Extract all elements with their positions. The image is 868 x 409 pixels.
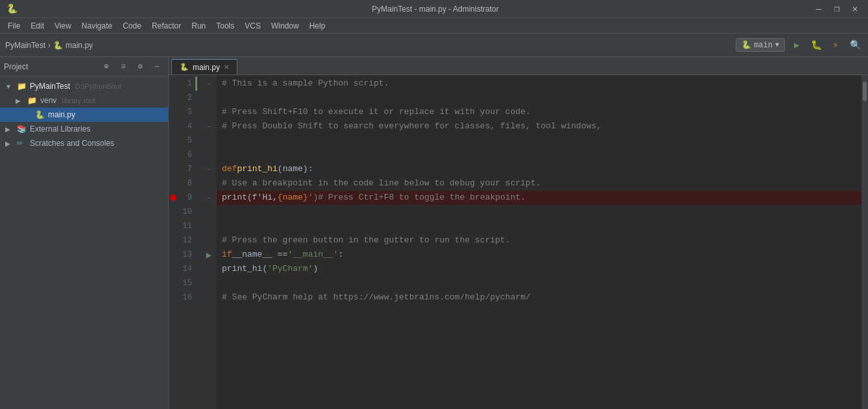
line-numbers: 1 2 3 4 5 6 7 8 9 10 11 12 13 14 15 [169,75,201,409]
tree-subtitle-venv: library root [62,97,95,104]
expand-arrow-pymaintest: ▼ [5,83,14,90]
code-token-pycharm: 'PyCharm' [267,262,313,276]
run-config-selector[interactable]: 🐍 main ▼ [736,38,785,52]
app-icon: 🐍 [6,3,18,14]
sidebar-title: Project [4,62,97,71]
window-title: PyMainTest - main.py - Administrator [58,5,812,14]
debug-button[interactable]: 🐛 [808,38,824,53]
minimize-btn[interactable]: — [812,4,825,14]
expand-arrow-extlibs: ▶ [5,126,14,133]
code-token-fexpr: {name} [278,191,308,205]
code-token-keyword: def [222,162,237,176]
menu-edit[interactable]: Edit [25,18,49,33]
code-token-print: print(f'Hi, [222,191,278,205]
line-num-11: 11 [169,219,197,233]
scratches-icon: ✏ [17,139,27,148]
line-num-13: 13 [169,248,197,262]
expand-arrow-scratches: ▶ [5,140,14,147]
python-icon: 🐍 [741,40,751,50]
menu-navigate[interactable]: Navigate [77,18,117,33]
run-button[interactable]: ▶ [789,38,804,53]
menu-vcs[interactable]: VCS [239,18,266,33]
tab-close-btn[interactable]: ✕ [224,64,229,71]
sidebar-settings-btn[interactable]: ⚙ [133,60,147,74]
scrollbar-thumb[interactable] [863,82,867,101]
line-num-10: 10 [169,205,197,219]
menu-tools[interactable]: Tools [211,18,239,33]
line-num-7: 7 [169,162,197,176]
sidebar: Project ⊕ ≡ ⚙ — ▼ 📁 PyMainTest D:\Python… [0,57,169,409]
folder-icon-venv: 📁 [27,96,38,105]
code-token-colon: : [338,248,343,262]
search-everywhere-button[interactable]: 🔍 [847,38,863,53]
code-line-11 [217,219,862,233]
code-area[interactable]: # This is a sample Python script. # Pres… [217,75,862,409]
code-line-15 [217,276,862,290]
code-token-if: if [222,248,232,262]
breadcrumb-project[interactable]: PyMainTest [5,41,45,50]
line-num-12: 12 [169,233,197,248]
menu-view[interactable]: View [49,18,77,33]
dropdown-arrow-icon: ▼ [775,41,779,49]
menu-run[interactable]: Run [186,18,211,33]
tree-item-main[interactable]: ▶ 🐍 main.py [0,108,168,122]
code-line-7: def print_hi(name): [217,162,862,176]
sidebar-locate-btn[interactable]: ⊕ [99,60,114,74]
tree-label-main: main.py [48,110,75,119]
code-token-main: '__main__' [287,248,338,262]
line-num-5: 5 [169,134,197,148]
tree-item-venv[interactable]: ▶ 📁 venv library root [0,93,168,108]
code-line-2 [217,91,862,105]
code-token-printhi: print_hi( [222,262,267,276]
tree-item-pymaintest[interactable]: ▼ 📁 PyMainTest D:\PythonSour [0,79,168,93]
run-marker-13[interactable]: ▶ [202,248,215,262]
maximize-btn[interactable]: ❐ [830,3,843,14]
window-controls: — ❐ ✕ [812,3,862,14]
code-line-5 [217,134,862,148]
close-btn[interactable]: ✕ [849,3,862,14]
line-num-8: 8 [169,176,197,191]
code-token: # See PyCharm help at https://www.jetbra… [222,290,531,305]
code-token-paren: ) [313,262,318,276]
fold-marker-7[interactable]: – [202,162,215,176]
vertical-scrollbar[interactable] [862,75,868,409]
tree-item-scratches[interactable]: ▶ ✏ Scratches and Consoles [0,136,168,150]
code-line-13: if __name__ == '__main__': [217,248,862,262]
breadcrumb-separator: › [48,41,51,50]
line-num-9: 9 [169,191,197,205]
code-line-8: # Use a breakpoint in the code line belo… [217,176,862,191]
expand-arrow-venv: ▶ [16,97,25,104]
menu-code[interactable]: Code [117,18,147,33]
tab-main-py[interactable]: 🐍 main.py ✕ [171,59,237,75]
toolbar-right: 🐍 main ▼ ▶ 🐛 ⚡ 🔍 [736,38,863,53]
fold-marker-4[interactable]: – [202,119,215,134]
run-with-coverage-button[interactable]: ⚡ [828,38,843,53]
code-line-1: # This is a sample Python script. [217,76,862,91]
tab-bar: 🐍 main.py ✕ [169,57,868,75]
menu-window[interactable]: Window [266,18,304,33]
editor[interactable]: 1 2 3 4 5 6 7 8 9 10 11 12 13 14 15 [169,75,868,409]
menu-refactor[interactable]: Refactor [147,18,186,33]
line-num-16: 16 [169,290,197,305]
sidebar-collapse-btn[interactable]: ≡ [116,60,130,74]
line-num-2: 2 [169,91,197,105]
line-num-15: 15 [169,276,197,290]
fold-marker-9[interactable]: – [202,191,215,205]
breakpoint-indicator-9 [170,194,176,201]
breadcrumb: PyMainTest › 🐍 main.py [5,41,93,50]
toolbar: PyMainTest › 🐍 main.py 🐍 main ▼ ▶ 🐛 ⚡ 🔍 [0,34,868,57]
line-num-14: 14 [169,262,197,276]
project-tree: ▼ 📁 PyMainTest D:\PythonSour ▶ 📁 venv li… [0,76,168,409]
python-icon-main: 🐍 [35,110,45,119]
tree-item-extlibs[interactable]: ▶ 📚 External Libraries [0,122,168,136]
folder-icon-pymaintest: 📁 [17,82,27,91]
tab-label: main.py [193,63,220,72]
code-line-9: print(f'Hi, {name}') # Press Ctrl+F8 to … [217,191,862,205]
main-layout: Project ⊕ ≡ ⚙ — ▼ 📁 PyMainTest D:\Python… [0,57,868,409]
menu-file[interactable]: File [3,18,25,33]
fold-marker-1[interactable]: – [202,76,215,91]
sidebar-hide-btn[interactable]: — [150,60,164,74]
tree-label-scratches: Scratches and Consoles [30,139,114,148]
menu-help[interactable]: Help [304,18,331,33]
tree-label-extlibs: External Libraries [30,124,90,134]
